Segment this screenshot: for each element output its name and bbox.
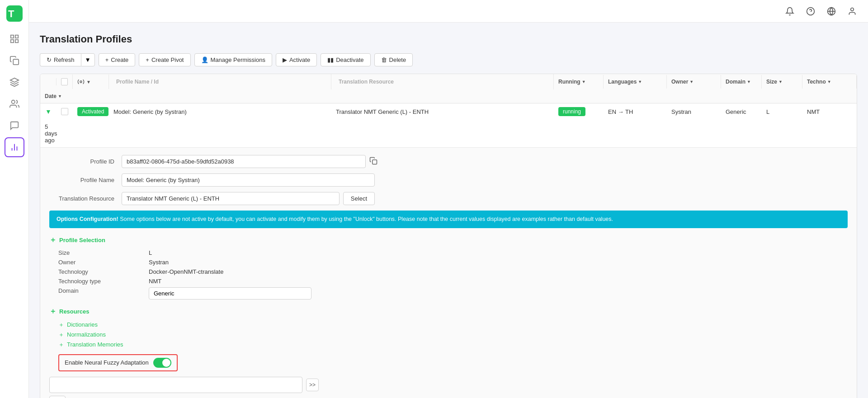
col-expand (40, 78, 57, 85)
bottom-input[interactable] (49, 377, 302, 393)
permissions-icon: 👤 (201, 56, 208, 63)
col-actions: ▼ (73, 75, 109, 89)
sidebar-item-message[interactable] (5, 116, 24, 136)
neural-fuzzy-toggle[interactable] (153, 358, 171, 368)
row-translation-resource: Translator NMT Generic (L) - ENTH (331, 105, 554, 119)
top-nav (29, 0, 868, 23)
sidebar-item-grid[interactable] (5, 29, 24, 49)
col-profile-name (109, 74, 331, 89)
owner-label: Owner (58, 259, 149, 266)
svg-marker-7 (10, 78, 18, 82)
col-checkbox (57, 75, 73, 89)
owner-caret-icon: ▼ (689, 80, 693, 84)
notification-icon[interactable] (783, 5, 797, 18)
pagination-expand: ▼ (49, 396, 848, 398)
row-owner: Systran (667, 105, 721, 119)
col-translation-resource (331, 74, 554, 89)
languages-filter-dropdown[interactable]: Languages ▼ (608, 79, 642, 85)
refresh-button[interactable]: ↻ Refresh (40, 53, 81, 66)
date-caret-icon: ▼ (58, 94, 62, 98)
technology-value: Docker-OpenNMT-ctranslate (149, 268, 848, 275)
profile-name-input[interactable] (122, 173, 375, 187)
toolbar: ↻ Refresh ▼ + Create + Create Pivot 👤 Ma… (40, 53, 857, 66)
copy-id-icon[interactable] (369, 157, 377, 166)
technology-label: Technology (58, 268, 149, 275)
content-area: Translation Profiles ↻ Refresh ▼ + Creat… (29, 23, 868, 398)
profiles-table: ▼ Running ▼ Languages (40, 74, 857, 398)
actions-icon[interactable]: ▼ (77, 78, 91, 85)
neural-fuzzy-row: Enable Neural Fuzzy Adaptation (58, 354, 178, 371)
help-icon[interactable] (804, 5, 817, 18)
row-languages: EN → TH (604, 105, 667, 119)
technology-type-value: NMT (149, 278, 848, 285)
create-pivot-button[interactable]: + Create Pivot (139, 53, 190, 66)
expand-down-button[interactable]: ▼ (49, 396, 66, 398)
profile-name-row: Profile Name (49, 173, 848, 187)
toggle-slider (153, 358, 171, 368)
main-content: Translation Profiles ↻ Refresh ▼ + Creat… (29, 0, 868, 398)
size-value: L (149, 249, 848, 256)
profile-name-filter-input[interactable] (113, 78, 326, 86)
profile-id-input[interactable] (122, 155, 366, 168)
languages-value: EN → TH (608, 108, 633, 115)
neural-fuzzy-label: Enable Neural Fuzzy Adaptation (65, 359, 149, 366)
create-button[interactable]: + Create (99, 53, 136, 66)
running-caret-icon: ▼ (582, 80, 586, 84)
table-body: ▼ Activated Model: Generic (by Systran) … (40, 103, 857, 398)
profile-name-label: Profile Name (49, 177, 122, 183)
neural-fuzzy-container: Enable Neural Fuzzy Adaptation (49, 354, 848, 371)
svg-rect-3 (15, 35, 18, 38)
sidebar-item-users[interactable] (5, 94, 24, 114)
forward-pagination-button[interactable]: >> (306, 379, 319, 391)
deactivate-button[interactable]: ▮▮ Deactivate (321, 53, 370, 66)
domain-label: Domain (58, 287, 149, 300)
profile-id-label: Profile ID (49, 158, 122, 165)
table-row: ▼ Activated Model: Generic (by Systran) … (40, 103, 857, 148)
date-filter-dropdown[interactable]: Date ▼ (45, 93, 62, 99)
dictionaries-plus-icon: ＋ (58, 321, 64, 329)
resources-plus-icon: ＋ (49, 307, 57, 316)
app-logo[interactable]: T (5, 5, 24, 23)
row-running: running (554, 103, 604, 120)
profile-selection-header[interactable]: ＋ Profile Selection (49, 235, 848, 245)
row-profile-name: Model: Generic (by Systran) (109, 105, 331, 119)
domain-caret-icon: ▼ (747, 80, 751, 84)
domain-filter-dropdown[interactable]: Domain ▼ (726, 79, 751, 85)
normalizations-item[interactable]: ＋ Normalizations (58, 331, 848, 339)
row-checkbox-box[interactable] (61, 108, 68, 115)
user-avatar[interactable] (845, 5, 859, 18)
owner-filter-dropdown[interactable]: Owner ▼ (671, 79, 693, 85)
domain-input[interactable] (149, 287, 311, 300)
domain-input-container (149, 287, 848, 300)
refresh-caret-button[interactable]: ▼ (81, 53, 95, 66)
dictionaries-item[interactable]: ＋ Dictionaries (58, 321, 848, 329)
svg-rect-5 (15, 40, 18, 42)
activate-icon: ▶ (283, 56, 287, 63)
status-badge: Activated (77, 107, 108, 116)
running-filter-dropdown[interactable]: Running ▼ (558, 79, 586, 85)
plus-icon: + (105, 56, 109, 63)
resources-header[interactable]: ＋ Resources (49, 307, 848, 316)
svg-rect-2 (10, 35, 13, 38)
size-filter-dropdown[interactable]: Size ▼ (766, 79, 783, 85)
delete-button[interactable]: 🗑 Delete (374, 53, 413, 66)
manage-permissions-button[interactable]: 👤 Manage Permissions (194, 53, 272, 66)
globe-icon[interactable] (825, 5, 838, 18)
owner-value: Systran (149, 259, 848, 266)
row-checkbox[interactable] (57, 104, 73, 119)
sidebar-item-layers[interactable] (5, 72, 24, 92)
translation-resource-filter-input[interactable] (336, 78, 549, 86)
profile-id-value (122, 155, 848, 168)
row-expand-chevron[interactable]: ▼ (40, 104, 57, 119)
table-header: ▼ Running ▼ Languages (40, 74, 857, 103)
header-checkbox[interactable] (61, 78, 68, 85)
sidebar-item-copy[interactable] (5, 51, 24, 70)
col-languages: Languages ▼ (604, 75, 667, 89)
translation-resource-input[interactable] (122, 192, 340, 205)
translation-memories-item[interactable]: ＋ Translation Memories (58, 341, 848, 349)
select-button[interactable]: Select (343, 192, 375, 205)
techno-filter-dropdown[interactable]: Techno ▼ (807, 79, 831, 85)
sidebar-item-chart[interactable] (5, 137, 24, 157)
sidebar: T (0, 0, 29, 398)
activate-button[interactable]: ▶ Activate (276, 53, 317, 66)
